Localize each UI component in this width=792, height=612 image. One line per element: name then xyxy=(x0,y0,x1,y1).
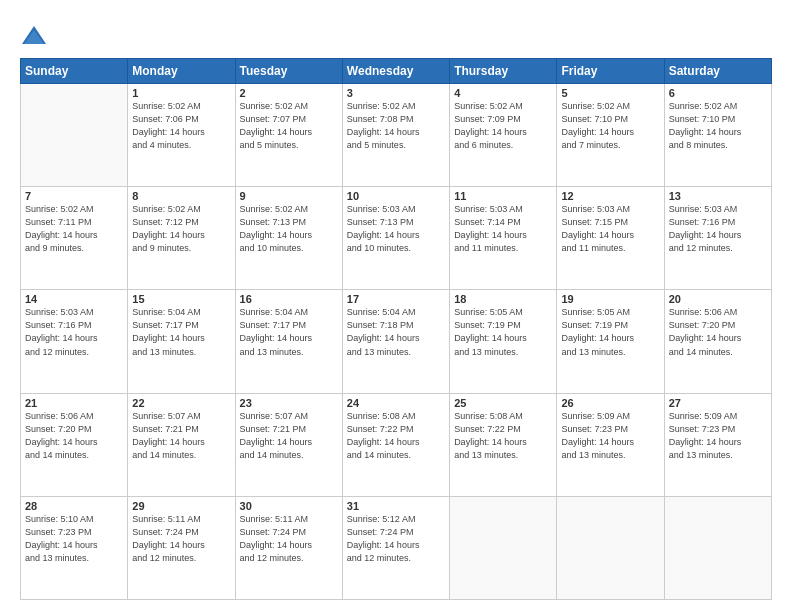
day-info: Sunrise: 5:03 AM Sunset: 7:16 PM Dayligh… xyxy=(25,306,123,358)
day-number: 12 xyxy=(561,190,659,202)
day-number: 7 xyxy=(25,190,123,202)
day-number: 13 xyxy=(669,190,767,202)
day-info: Sunrise: 5:03 AM Sunset: 7:15 PM Dayligh… xyxy=(561,203,659,255)
calendar-header-wednesday: Wednesday xyxy=(342,59,449,84)
calendar-cell: 21Sunrise: 5:06 AM Sunset: 7:20 PM Dayli… xyxy=(21,393,128,496)
day-number: 9 xyxy=(240,190,338,202)
day-info: Sunrise: 5:02 AM Sunset: 7:10 PM Dayligh… xyxy=(561,100,659,152)
day-number: 17 xyxy=(347,293,445,305)
day-info: Sunrise: 5:09 AM Sunset: 7:23 PM Dayligh… xyxy=(561,410,659,462)
day-info: Sunrise: 5:12 AM Sunset: 7:24 PM Dayligh… xyxy=(347,513,445,565)
logo xyxy=(20,22,52,50)
day-info: Sunrise: 5:10 AM Sunset: 7:23 PM Dayligh… xyxy=(25,513,123,565)
logo-icon xyxy=(20,22,48,50)
calendar-cell: 5Sunrise: 5:02 AM Sunset: 7:10 PM Daylig… xyxy=(557,84,664,187)
calendar-cell: 7Sunrise: 5:02 AM Sunset: 7:11 PM Daylig… xyxy=(21,187,128,290)
calendar-cell: 6Sunrise: 5:02 AM Sunset: 7:10 PM Daylig… xyxy=(664,84,771,187)
day-info: Sunrise: 5:07 AM Sunset: 7:21 PM Dayligh… xyxy=(240,410,338,462)
day-info: Sunrise: 5:03 AM Sunset: 7:16 PM Dayligh… xyxy=(669,203,767,255)
calendar-cell: 24Sunrise: 5:08 AM Sunset: 7:22 PM Dayli… xyxy=(342,393,449,496)
day-info: Sunrise: 5:03 AM Sunset: 7:13 PM Dayligh… xyxy=(347,203,445,255)
calendar-cell: 31Sunrise: 5:12 AM Sunset: 7:24 PM Dayli… xyxy=(342,496,449,599)
calendar-cell: 29Sunrise: 5:11 AM Sunset: 7:24 PM Dayli… xyxy=(128,496,235,599)
day-number: 15 xyxy=(132,293,230,305)
day-number: 6 xyxy=(669,87,767,99)
day-number: 18 xyxy=(454,293,552,305)
calendar-week-1: 1Sunrise: 5:02 AM Sunset: 7:06 PM Daylig… xyxy=(21,84,772,187)
calendar-cell: 19Sunrise: 5:05 AM Sunset: 7:19 PM Dayli… xyxy=(557,290,664,393)
day-info: Sunrise: 5:08 AM Sunset: 7:22 PM Dayligh… xyxy=(454,410,552,462)
calendar-cell: 14Sunrise: 5:03 AM Sunset: 7:16 PM Dayli… xyxy=(21,290,128,393)
calendar-cell: 28Sunrise: 5:10 AM Sunset: 7:23 PM Dayli… xyxy=(21,496,128,599)
calendar-cell: 17Sunrise: 5:04 AM Sunset: 7:18 PM Dayli… xyxy=(342,290,449,393)
day-number: 23 xyxy=(240,397,338,409)
day-number: 27 xyxy=(669,397,767,409)
day-info: Sunrise: 5:11 AM Sunset: 7:24 PM Dayligh… xyxy=(240,513,338,565)
day-info: Sunrise: 5:08 AM Sunset: 7:22 PM Dayligh… xyxy=(347,410,445,462)
calendar-cell: 30Sunrise: 5:11 AM Sunset: 7:24 PM Dayli… xyxy=(235,496,342,599)
calendar-cell: 10Sunrise: 5:03 AM Sunset: 7:13 PM Dayli… xyxy=(342,187,449,290)
calendar-week-4: 21Sunrise: 5:06 AM Sunset: 7:20 PM Dayli… xyxy=(21,393,772,496)
day-info: Sunrise: 5:02 AM Sunset: 7:12 PM Dayligh… xyxy=(132,203,230,255)
calendar-cell: 13Sunrise: 5:03 AM Sunset: 7:16 PM Dayli… xyxy=(664,187,771,290)
day-info: Sunrise: 5:06 AM Sunset: 7:20 PM Dayligh… xyxy=(25,410,123,462)
day-number: 31 xyxy=(347,500,445,512)
day-number: 21 xyxy=(25,397,123,409)
day-info: Sunrise: 5:02 AM Sunset: 7:10 PM Dayligh… xyxy=(669,100,767,152)
day-info: Sunrise: 5:02 AM Sunset: 7:11 PM Dayligh… xyxy=(25,203,123,255)
calendar-cell: 12Sunrise: 5:03 AM Sunset: 7:15 PM Dayli… xyxy=(557,187,664,290)
day-number: 1 xyxy=(132,87,230,99)
calendar-header-tuesday: Tuesday xyxy=(235,59,342,84)
day-number: 11 xyxy=(454,190,552,202)
calendar-cell: 16Sunrise: 5:04 AM Sunset: 7:17 PM Dayli… xyxy=(235,290,342,393)
calendar-cell: 15Sunrise: 5:04 AM Sunset: 7:17 PM Dayli… xyxy=(128,290,235,393)
day-info: Sunrise: 5:04 AM Sunset: 7:17 PM Dayligh… xyxy=(240,306,338,358)
day-info: Sunrise: 5:07 AM Sunset: 7:21 PM Dayligh… xyxy=(132,410,230,462)
calendar-week-5: 28Sunrise: 5:10 AM Sunset: 7:23 PM Dayli… xyxy=(21,496,772,599)
day-info: Sunrise: 5:04 AM Sunset: 7:18 PM Dayligh… xyxy=(347,306,445,358)
day-number: 19 xyxy=(561,293,659,305)
calendar-cell: 18Sunrise: 5:05 AM Sunset: 7:19 PM Dayli… xyxy=(450,290,557,393)
day-number: 29 xyxy=(132,500,230,512)
calendar-header-thursday: Thursday xyxy=(450,59,557,84)
calendar-cell: 2Sunrise: 5:02 AM Sunset: 7:07 PM Daylig… xyxy=(235,84,342,187)
day-info: Sunrise: 5:02 AM Sunset: 7:06 PM Dayligh… xyxy=(132,100,230,152)
calendar-cell xyxy=(21,84,128,187)
day-number: 28 xyxy=(25,500,123,512)
day-number: 5 xyxy=(561,87,659,99)
day-info: Sunrise: 5:03 AM Sunset: 7:14 PM Dayligh… xyxy=(454,203,552,255)
calendar-cell xyxy=(557,496,664,599)
day-info: Sunrise: 5:02 AM Sunset: 7:13 PM Dayligh… xyxy=(240,203,338,255)
day-number: 20 xyxy=(669,293,767,305)
day-number: 8 xyxy=(132,190,230,202)
calendar-cell xyxy=(664,496,771,599)
calendar-cell: 22Sunrise: 5:07 AM Sunset: 7:21 PM Dayli… xyxy=(128,393,235,496)
calendar-table: SundayMondayTuesdayWednesdayThursdayFrid… xyxy=(20,58,772,600)
calendar-cell: 27Sunrise: 5:09 AM Sunset: 7:23 PM Dayli… xyxy=(664,393,771,496)
calendar-cell: 3Sunrise: 5:02 AM Sunset: 7:08 PM Daylig… xyxy=(342,84,449,187)
calendar-cell: 1Sunrise: 5:02 AM Sunset: 7:06 PM Daylig… xyxy=(128,84,235,187)
day-info: Sunrise: 5:02 AM Sunset: 7:08 PM Dayligh… xyxy=(347,100,445,152)
header xyxy=(20,18,772,50)
day-info: Sunrise: 5:09 AM Sunset: 7:23 PM Dayligh… xyxy=(669,410,767,462)
day-info: Sunrise: 5:11 AM Sunset: 7:24 PM Dayligh… xyxy=(132,513,230,565)
calendar-cell: 8Sunrise: 5:02 AM Sunset: 7:12 PM Daylig… xyxy=(128,187,235,290)
day-info: Sunrise: 5:02 AM Sunset: 7:09 PM Dayligh… xyxy=(454,100,552,152)
day-number: 3 xyxy=(347,87,445,99)
day-number: 30 xyxy=(240,500,338,512)
calendar-header-saturday: Saturday xyxy=(664,59,771,84)
day-number: 2 xyxy=(240,87,338,99)
day-info: Sunrise: 5:05 AM Sunset: 7:19 PM Dayligh… xyxy=(454,306,552,358)
calendar-header-sunday: Sunday xyxy=(21,59,128,84)
calendar-cell: 26Sunrise: 5:09 AM Sunset: 7:23 PM Dayli… xyxy=(557,393,664,496)
calendar-cell xyxy=(450,496,557,599)
calendar-header-monday: Monday xyxy=(128,59,235,84)
day-info: Sunrise: 5:04 AM Sunset: 7:17 PM Dayligh… xyxy=(132,306,230,358)
calendar-cell: 9Sunrise: 5:02 AM Sunset: 7:13 PM Daylig… xyxy=(235,187,342,290)
day-number: 4 xyxy=(454,87,552,99)
calendar-header-friday: Friday xyxy=(557,59,664,84)
calendar-cell: 23Sunrise: 5:07 AM Sunset: 7:21 PM Dayli… xyxy=(235,393,342,496)
calendar-header-row: SundayMondayTuesdayWednesdayThursdayFrid… xyxy=(21,59,772,84)
calendar-week-3: 14Sunrise: 5:03 AM Sunset: 7:16 PM Dayli… xyxy=(21,290,772,393)
day-number: 16 xyxy=(240,293,338,305)
